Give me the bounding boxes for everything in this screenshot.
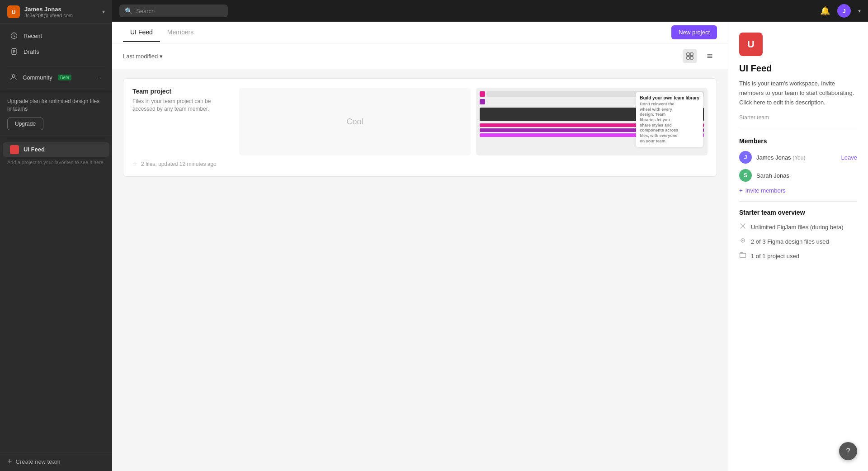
figma-icon [739, 237, 746, 246]
svg-rect-5 [687, 57, 689, 59]
content-tabs: UI Feed Members New project [112, 22, 728, 43]
rp-members-title: Members [739, 137, 857, 145]
plus-icon: + [7, 457, 12, 466]
overview-item-figjam: Unlimited FigJam files (during beta) [739, 222, 857, 231]
notification-bell-icon[interactable]: 🔔 [820, 6, 830, 16]
sidebar: U James Jonas 3c3e20ff@uifeed.com ▾ Rece… [0, 0, 112, 471]
star-icon[interactable]: ☆ [132, 161, 137, 167]
projects-label: 1 of 1 project used [751, 253, 799, 259]
divider-1 [7, 66, 105, 66]
tabs-left: UI Feed Members [123, 23, 201, 42]
tab-ui-feed[interactable]: UI Feed [123, 23, 160, 42]
sidebar-item-community[interactable]: Community Beta → [3, 70, 109, 85]
member-row-james: J James Jonas (You) Leave [739, 151, 857, 164]
member-avatar-james: J [739, 151, 752, 164]
overview-item-projects: 1 of 1 project used [739, 251, 857, 260]
folder-icon [739, 251, 746, 260]
svg-rect-3 [687, 53, 689, 56]
rp-team-type: Starter team [739, 114, 857, 121]
file-icon [10, 47, 18, 56]
search-icon: 🔍 [125, 7, 132, 14]
file-cool-label: Cool [346, 117, 363, 127]
overview-item-figma: 2 of 3 Figma design files used [739, 237, 857, 246]
chevron-down-icon: ▾ [102, 9, 105, 15]
invite-plus-icon: + [739, 187, 743, 194]
member-name-james: James Jonas (You) [756, 154, 837, 161]
community-label: Community [23, 74, 52, 81]
arrow-right-icon: → [96, 74, 102, 81]
rp-title: UI Feed [739, 63, 857, 74]
content-body: Team project Files in your team project … [112, 69, 728, 471]
list-view-button[interactable] [703, 49, 717, 63]
user-name: James Jonas [24, 6, 98, 13]
create-team-label: Create new team [16, 458, 61, 465]
team-name-label: UI Feed [24, 146, 45, 153]
upgrade-section: Upgrade plan for unlimited design files … [0, 92, 112, 136]
sidebar-item-recent[interactable]: Recent [3, 28, 109, 43]
leave-button[interactable]: Leave [841, 154, 857, 161]
project-card: Team project Files in your team project … [123, 78, 717, 177]
sort-button[interactable]: Last modified ▾ [123, 53, 163, 60]
drafts-label: Drafts [24, 48, 39, 55]
topbar: 🔍 🔔 J ▾ [112, 0, 868, 22]
file-thumb-library[interactable]: Build your own team library Don't reinve… [476, 88, 708, 155]
rp-divider-2 [739, 201, 857, 202]
project-files: Cool [239, 88, 708, 155]
rp-description[interactable]: This is your team's workspace. Invite me… [739, 79, 857, 107]
avatar[interactable]: J [837, 4, 851, 18]
sidebar-user-header[interactable]: U James Jonas 3c3e20ff@uifeed.com ▾ [0, 0, 112, 24]
member-avatar-sarah: S [739, 169, 752, 182]
rp-divider-1 [739, 130, 857, 130]
divider-2 [7, 89, 105, 89]
main-content: 🔍 🔔 J ▾ UI Feed Members New project [112, 0, 868, 471]
svg-rect-4 [690, 53, 693, 56]
upgrade-button[interactable]: Upgrade [7, 118, 43, 130]
svg-rect-6 [690, 57, 693, 59]
project-card-title: Team project [132, 88, 232, 95]
svg-point-8 [742, 240, 744, 241]
project-card-desc: Files in your team project can be access… [132, 98, 223, 113]
overview-title: Starter team overview [739, 209, 857, 216]
recent-label: Recent [24, 33, 42, 39]
team-logo-icon: U [7, 5, 20, 18]
file-thumb-cool[interactable]: Cool [239, 88, 471, 155]
invite-members-button[interactable]: + Invite members [739, 187, 857, 194]
favorites-hint: Add a project to your favorites to see i… [0, 157, 112, 170]
rp-team-logo: U [739, 33, 763, 56]
upgrade-text: Upgrade plan for unlimited design files … [7, 98, 105, 113]
tab-members[interactable]: Members [160, 23, 201, 42]
right-panel: U UI Feed This is your team's workspace.… [728, 22, 868, 471]
avatar-chevron-icon[interactable]: ▾ [858, 8, 861, 14]
sidebar-nav: Recent Drafts [0, 24, 112, 63]
member-row-sarah: S Sarah Jonas [739, 169, 857, 182]
sort-chevron-icon: ▾ [160, 53, 163, 60]
content-area: UI Feed Members New project Last modifie… [112, 22, 868, 471]
user-email: 3c3e20ff@uifeed.com [24, 13, 98, 18]
team-color-icon [10, 145, 19, 154]
divider-3 [7, 139, 105, 139]
invite-label: Invite members [745, 187, 786, 194]
library-overlay: Build your own team library Don't reinve… [636, 92, 703, 147]
sort-label: Last modified [123, 53, 158, 60]
sidebar-item-drafts[interactable]: Drafts [3, 44, 109, 59]
community-icon [10, 73, 17, 82]
new-project-button[interactable]: New project [671, 25, 717, 39]
sidebar-team-item[interactable]: UI Feed [3, 142, 109, 157]
project-footer: ☆ 2 files, updated 12 minutes ago [132, 161, 708, 167]
figma-label: 2 of 3 Figma design files used [751, 238, 829, 245]
svg-point-2 [12, 75, 15, 77]
beta-badge: Beta [58, 75, 72, 80]
search-box[interactable]: 🔍 [119, 5, 228, 17]
search-input[interactable] [136, 8, 222, 14]
grid-view-button[interactable] [683, 49, 697, 63]
project-footer-text: 2 files, updated 12 minutes ago [141, 161, 217, 167]
figjam-label: Unlimited FigJam files (during beta) [751, 224, 843, 231]
member-name-sarah: Sarah Jonas [756, 172, 857, 179]
clock-icon [10, 32, 18, 40]
content-toolbar: Last modified ▾ [112, 43, 728, 69]
user-info: James Jonas 3c3e20ff@uifeed.com [24, 6, 98, 18]
create-new-team-button[interactable]: + Create new team [0, 452, 112, 471]
figjam-icon [739, 222, 746, 231]
help-button[interactable]: ? [839, 442, 857, 460]
content-main: UI Feed Members New project Last modifie… [112, 22, 728, 471]
